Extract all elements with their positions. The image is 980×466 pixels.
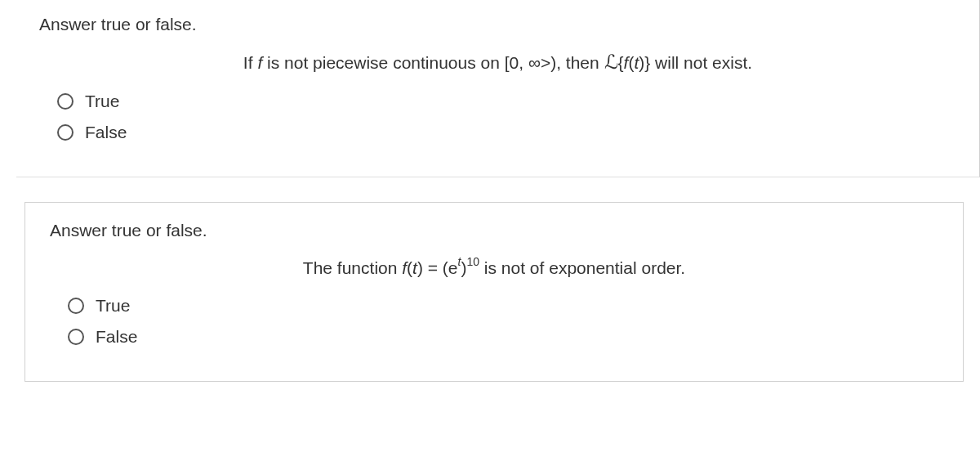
radio-icon [57,93,74,110]
q2-option-false-label: False [96,327,137,347]
question-1-statement: If f is not piecewise continuous on [0, … [39,51,956,74]
question-2-options: True False [50,296,938,347]
q2-option-true-label: True [96,296,130,316]
question-1: Answer true or false. If f is not piecew… [16,0,980,177]
radio-icon [68,329,84,345]
q2-option-false[interactable]: False [68,327,938,347]
q1-option-false-label: False [85,123,127,142]
q1-option-true[interactable]: True [57,92,956,111]
radio-icon [68,298,84,314]
question-2: Answer true or false. The function f(t) … [24,202,964,382]
question-2-prompt: Answer true or false. [50,221,938,240]
question-1-prompt: Answer true or false. [39,15,956,34]
radio-icon [57,124,74,141]
q1-option-true-label: True [85,92,119,111]
q2-option-true[interactable]: True [68,296,938,316]
question-2-statement: The function f(t) = (et)10 is not of exp… [50,257,938,278]
q1-option-false[interactable]: False [57,123,956,142]
question-1-options: True False [39,92,956,142]
